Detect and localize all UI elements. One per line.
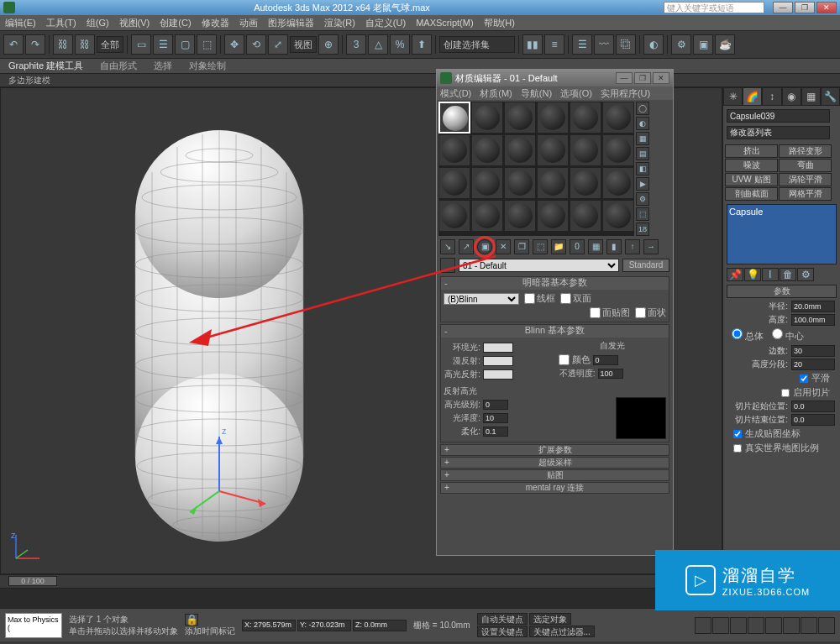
close-button[interactable]: ✕	[816, 2, 837, 13]
make-preview-icon[interactable]: ▶	[636, 177, 649, 191]
gloss-spinner[interactable]: 10	[483, 413, 508, 423]
stack-show[interactable]: 💡	[744, 268, 761, 281]
rollout-extended[interactable]: 扩展参数	[440, 444, 669, 456]
stack-remove[interactable]: 🗑	[780, 268, 796, 281]
opacity-spinner[interactable]: 100	[598, 369, 623, 379]
sample-slot-1[interactable]	[438, 102, 470, 134]
select-by-mat-icon[interactable]: ⬚	[636, 207, 649, 221]
coordsys-dropdown[interactable]: 视图	[290, 36, 317, 53]
matid-channel-button[interactable]: 0	[570, 239, 585, 254]
sample-slot[interactable]	[570, 200, 601, 232]
material-name-dropdown[interactable]: 01 - Default	[459, 259, 619, 272]
help-search[interactable]: 键入关键字或短语	[664, 2, 764, 13]
ribbon-tab-freeform[interactable]: 自由形式	[100, 60, 137, 72]
make-unique-button[interactable]: ⬚	[533, 239, 548, 254]
ambient-swatch[interactable]	[483, 343, 513, 353]
pivot-button[interactable]: ⊕	[318, 34, 339, 55]
faceted-check[interactable]	[635, 307, 646, 318]
next-key-button[interactable]	[730, 617, 747, 634]
genmap-check[interactable]	[733, 430, 742, 438]
mat-min-button[interactable]: —	[616, 72, 633, 84]
minimize-button[interactable]: —	[773, 2, 793, 13]
specular-swatch[interactable]	[483, 369, 513, 380]
window-crossing-button[interactable]: ⬚	[197, 34, 217, 55]
sample-slot[interactable]	[602, 167, 634, 199]
snap-button[interactable]: 3	[346, 34, 366, 55]
hierarchy-tab[interactable]: ↕	[762, 87, 781, 106]
sample-slot[interactable]	[602, 134, 634, 166]
sample-slot[interactable]	[537, 200, 569, 232]
sample-slot[interactable]	[537, 102, 569, 134]
mat-close-button[interactable]: ✕	[653, 72, 669, 84]
get-material-button[interactable]: ↘	[440, 239, 455, 254]
mat-menu-opts[interactable]: 选项(O)	[560, 87, 592, 100]
twoside-check[interactable]	[560, 293, 571, 304]
video-check-icon[interactable]: ◧	[636, 162, 649, 175]
mod-turbo[interactable]: 涡轮平滑	[779, 173, 832, 186]
redo-button[interactable]: ↷	[25, 34, 45, 55]
mat-menu-material[interactable]: 材质(M)	[480, 87, 512, 100]
pan-button[interactable]	[801, 617, 817, 634]
material-type-button[interactable]: Standard	[622, 259, 669, 272]
menu-help[interactable]: 帮助(H)	[484, 17, 515, 29]
selfillum-check[interactable]	[559, 354, 570, 365]
sample-slot[interactable]	[504, 134, 536, 166]
rotate-button[interactable]: ⟲	[246, 34, 266, 55]
blinn-rollout-header[interactable]: -Blinn 基本参数	[441, 325, 669, 338]
stack-unique[interactable]: Ⅰ	[762, 268, 779, 281]
sample-slot[interactable]	[504, 167, 536, 199]
modify-tab[interactable]: 🌈	[743, 87, 762, 106]
create-tab[interactable]: ✳	[723, 87, 743, 106]
slice-check[interactable]	[781, 389, 790, 397]
menu-edit[interactable]: 编辑(E)	[5, 17, 36, 29]
render-setup-button[interactable]: ⚙	[671, 34, 691, 55]
scale-button[interactable]: ⤢	[268, 34, 288, 55]
rollout-supersample[interactable]: 超级采样	[440, 457, 669, 469]
radius-spinner[interactable]: 20.0mm	[791, 301, 835, 312]
mod-bend[interactable]: 弯曲	[779, 159, 832, 172]
zoom-button[interactable]	[748, 617, 764, 634]
make-copy-button[interactable]: ❐	[514, 239, 529, 254]
sample-slot[interactable]	[537, 167, 569, 199]
go-parent-button[interactable]: ↑	[625, 239, 640, 254]
sample-slot[interactable]	[570, 102, 601, 134]
material-editor-button[interactable]: ◐	[643, 34, 664, 55]
move-button[interactable]: ✥	[224, 34, 244, 55]
show-in-vp-button[interactable]: ▦	[588, 239, 603, 254]
put-to-lib-button[interactable]: 📁	[551, 239, 566, 254]
menu-view[interactable]: 视图(V)	[119, 17, 150, 29]
undo-button[interactable]: ↶	[3, 34, 24, 55]
object-name-input[interactable]	[727, 109, 830, 123]
sides-spinner[interactable]: 30	[791, 345, 835, 357]
named-selset[interactable]: 创建选择集	[439, 36, 515, 53]
assign-to-selection-button[interactable]: ▣	[477, 239, 492, 254]
stack-config[interactable]: ⚙	[797, 268, 814, 281]
mat-menu-utils[interactable]: 实用程序(U)	[601, 87, 650, 100]
prev-key-button[interactable]	[695, 617, 711, 634]
sample-slot[interactable]	[570, 167, 601, 199]
lock-button[interactable]: 🔒	[185, 614, 198, 626]
utilities-tab[interactable]: 🔧	[821, 87, 840, 106]
mod-uvw[interactable]: UVW 贴图	[725, 173, 778, 186]
zoom-ext-button[interactable]	[783, 617, 800, 634]
rollout-maps[interactable]: 贴图	[440, 469, 669, 481]
time-slider-handle[interactable]: 0 / 100	[8, 576, 57, 586]
sample-slot[interactable]	[504, 200, 536, 232]
height-spinner[interactable]: 100.0mm	[791, 314, 835, 326]
sample-slot[interactable]	[438, 200, 470, 232]
modifier-list-dropdown[interactable]: 修改器列表	[727, 126, 830, 139]
autokey-button[interactable]: 自动关键点	[477, 613, 528, 625]
mod-pathdef[interactable]: 路径变形	[779, 144, 832, 158]
spinnersnap-button[interactable]: ⬆	[412, 34, 432, 55]
go-sibling-button[interactable]: →	[643, 239, 659, 254]
capsule-object[interactable]: z	[110, 130, 328, 550]
keyfilter-selset[interactable]: 选定对象	[529, 613, 571, 625]
menu-group[interactable]: 组(G)	[87, 17, 109, 29]
smooth-check[interactable]	[800, 374, 808, 383]
menu-animation[interactable]: 动画	[239, 17, 258, 29]
sample-slot[interactable]	[570, 134, 601, 166]
setkey-button[interactable]: 设置关键点	[477, 626, 528, 637]
reset-button[interactable]: ✕	[496, 239, 511, 254]
anglesnap-button[interactable]: △	[368, 34, 388, 55]
layers-button[interactable]: ☰	[572, 34, 592, 55]
